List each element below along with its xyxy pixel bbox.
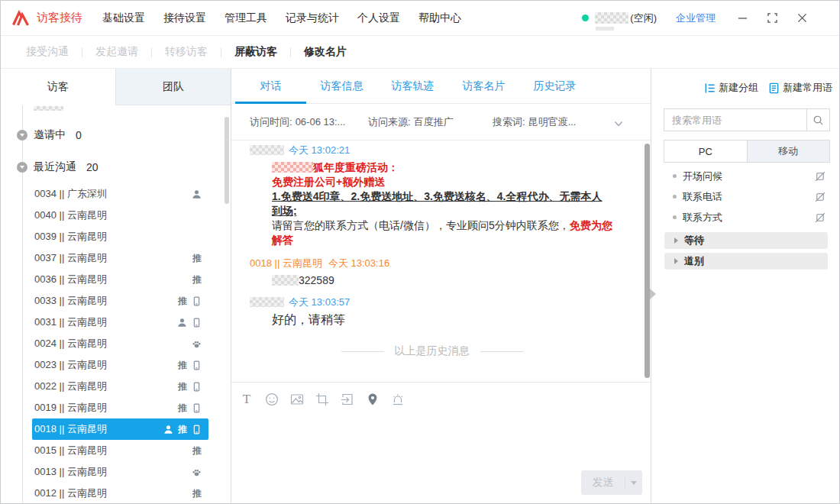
status-online-dot	[582, 15, 589, 21]
location-icon[interactable]	[365, 392, 380, 407]
device-tab-移动[interactable]: 移动	[747, 141, 830, 162]
visitor-label: 0022 || 云南昆明	[34, 380, 107, 393]
chat-scrollbar-thumb[interactable]	[645, 144, 650, 378]
visitor-label: 0034 || 广东深圳	[34, 187, 107, 201]
group-count: 0	[76, 129, 82, 141]
alarm-icon[interactable]	[390, 392, 405, 407]
collapse-right-panel-arrow[interactable]	[650, 289, 656, 299]
visitor-group-header[interactable]: 最近沟通20	[1, 151, 231, 183]
nav-item-3[interactable]: 管理工具	[225, 11, 267, 25]
new-group-label: 新建分组	[719, 81, 758, 95]
message-body: 好的，请稍等	[272, 312, 614, 328]
visitor-row-0023[interactable]: 0023 || 云南昆明推	[32, 354, 208, 376]
visitor-row-0013[interactable]: 0013 || 云南昆明	[32, 461, 208, 483]
visitor-row-0033[interactable]: 0033 || 云南昆明推	[32, 290, 208, 312]
nav-item-6[interactable]: 帮助中心	[418, 11, 461, 25]
nav-item-1[interactable]: 基础设置	[102, 11, 145, 25]
toolbar-disabled-action-2[interactable]: 发起邀请	[95, 45, 138, 59]
search-icon[interactable]	[806, 109, 829, 131]
toolbar-enabled-action-5[interactable]: 修改名片	[304, 45, 347, 59]
sender-name-redacted	[250, 297, 284, 307]
visitor-label: 0033 || 云南昆明	[34, 294, 107, 308]
app-logo-icon	[11, 10, 30, 26]
toolbar-separator	[151, 47, 152, 57]
top-nav: 基础设置接待设置管理工具记录与统计个人设置帮助中心	[102, 11, 461, 25]
visitor-status-icons: 推	[192, 444, 202, 457]
toolbar-disabled-action-3[interactable]: 转移访客	[165, 45, 208, 59]
info-label: 访问来源:	[368, 116, 411, 128]
chevron-down-icon[interactable]	[614, 119, 623, 128]
phrase-group-2[interactable]: 道别	[664, 253, 828, 270]
quick-phrases-panel: 新建分组 新建常用语 PC移动 开场问候联系电话联系方式 等待道别	[651, 69, 839, 503]
conversation-panel: 对话访客信息访客轨迹访客名片历史记录 访问时间:06-06 13:...访问来源…	[231, 69, 651, 503]
send-options-caret[interactable]	[625, 481, 642, 485]
visitor-row-0037[interactable]: 0037 || 云南昆明推	[32, 247, 208, 269]
visitor-row-0031[interactable]: 0031 || 云南昆明	[32, 312, 208, 333]
phrase-item-1[interactable]: 开场问候	[651, 166, 839, 186]
visitor-row-0018[interactable]: 0018 || 云南昆明推	[32, 418, 208, 440]
new-phrase-button[interactable]: 新建常用语	[768, 81, 832, 95]
phrase-item-3[interactable]: 联系方式	[651, 207, 839, 228]
visitor-row-0012[interactable]: 0012 || 云南昆明推	[32, 483, 208, 503]
visitor-row-0040[interactable]: 0040 || 云南昆明	[32, 205, 208, 226]
text-format-icon[interactable]: T	[239, 392, 254, 407]
redacted-text	[272, 162, 313, 173]
visitor-row-0036[interactable]: 0036 || 云南昆明推	[32, 269, 208, 290]
phrase-item-2[interactable]: 联系电话	[651, 186, 839, 207]
minimize-button[interactable]	[737, 13, 748, 24]
visitor-row-0034[interactable]: 0034 || 广东深圳	[32, 183, 208, 205]
conversation-tab-2[interactable]: 访客信息	[306, 69, 377, 103]
bullet-dot	[673, 215, 677, 219]
toolbar-disabled-action-1[interactable]: 接受沟通	[26, 45, 69, 59]
image-icon[interactable]	[289, 392, 305, 407]
sidebar-scrollbar-thumb[interactable]	[225, 117, 229, 204]
visitor-row-0039[interactable]: 0039 || 云南昆明	[32, 226, 208, 247]
new-group-button[interactable]: 新建分组	[704, 81, 758, 95]
expand-arrow-icon	[674, 258, 678, 264]
sidebar-tab-visitors[interactable]: 访客	[1, 69, 115, 105]
pushed-badge: 推	[178, 402, 187, 415]
maximize-button[interactable]	[767, 13, 777, 24]
screenshot-crop-icon[interactable]	[315, 392, 330, 407]
conversation-tab-1[interactable]: 对话	[235, 69, 306, 103]
visitor-label: 0036 || 云南昆明	[34, 273, 107, 286]
action-toolbar: 接受沟通发起邀请转移访客屏蔽访客修改名片	[1, 36, 839, 69]
phrase-label: 开场问候	[683, 170, 722, 183]
window-controls	[737, 13, 807, 24]
visitor-row-0015[interactable]: 0015 || 云南昆明推	[32, 440, 208, 461]
person-icon	[192, 189, 202, 199]
info-label: 访问时间:	[250, 116, 292, 128]
visitor-status-icons	[177, 318, 202, 328]
send-button[interactable]: 发送	[581, 470, 642, 495]
visitor-label: 0018 || 云南昆明	[34, 422, 107, 436]
device-tab-pc[interactable]: PC	[664, 141, 747, 162]
emoji-icon[interactable]	[264, 392, 279, 407]
close-button[interactable]	[796, 13, 807, 24]
visitor-row-0019[interactable]: 0019 || 云南昆明推	[32, 397, 208, 418]
visitor-row-0022[interactable]: 0022 || 云南昆明推	[32, 376, 208, 397]
visitor-group-header[interactable]: 邀请中0	[1, 119, 231, 151]
sidebar-tabs: 访客团队	[1, 69, 231, 105]
pushed-badge: 推	[178, 380, 187, 393]
visitor-row-0024[interactable]: 0024 || 云南昆明	[32, 333, 208, 354]
visit-info-bar: 访问时间:06-06 13:...访问来源:百度推广搜索词:昆明官渡...	[231, 104, 651, 141]
conversation-tab-5[interactable]: 历史记录	[519, 69, 590, 103]
send-file-icon[interactable]	[340, 392, 355, 407]
phrase-group-edit-icon	[815, 212, 825, 223]
phrase-search-input[interactable]	[664, 109, 806, 131]
paw-icon	[192, 339, 202, 349]
conversation-tab-4[interactable]: 访客名片	[448, 69, 519, 103]
nav-item-5[interactable]: 个人设置	[357, 11, 400, 25]
enterprise-admin-link[interactable]: 企业管理	[676, 11, 716, 25]
phrase-group-1[interactable]: 等待	[664, 232, 828, 249]
nav-item-4[interactable]: 记录与统计	[286, 11, 339, 25]
nav-item-2[interactable]: 接待设置	[163, 11, 206, 25]
visitor-label: 0031 || 云南昆明	[34, 315, 107, 329]
conversation-tab-3[interactable]: 访客轨迹	[377, 69, 448, 103]
send-label: 发送	[581, 476, 625, 489]
visitor-label: 0013 || 云南昆明	[34, 465, 107, 479]
toolbar-enabled-action-4[interactable]: 屏蔽访客	[234, 45, 277, 59]
visitor-status-icons: 推	[178, 380, 202, 393]
sidebar-tab-team[interactable]: 团队	[115, 69, 231, 105]
pushed-badge: 推	[178, 423, 187, 436]
